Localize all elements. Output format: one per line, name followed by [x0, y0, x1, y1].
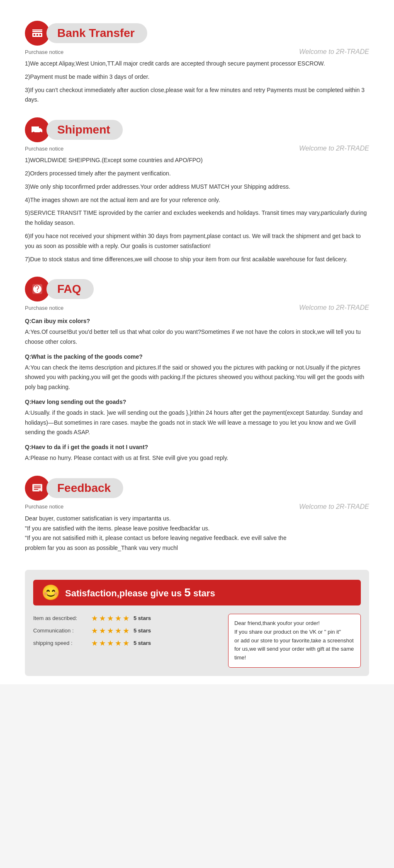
star-1-1: ★ — [91, 614, 98, 623]
bank-transfer-welcome: Welcome to 2R-TRADE — [299, 48, 369, 56]
star-2-3: ★ — [107, 626, 114, 635]
faq-purchase-notice: Purchase notice — [25, 305, 63, 311]
bank-item-3: 3)If you can't checkout immediately afte… — [25, 85, 369, 105]
feedback-purchase-row: Purchase notice Welcome to 2R-TRADE — [25, 503, 369, 511]
feedback-purchase-notice: Purchase notice — [25, 503, 63, 510]
feedback-text: Dear buyer, customer satisficatian is ve… — [25, 514, 369, 553]
svg-rect-4 — [36, 34, 38, 36]
bank-item-2: 2)Payment must be made within 3 days of … — [25, 72, 369, 82]
dear-friend-box: Dear friend,thank youfor your order! If … — [228, 614, 361, 668]
bank-transfer-header: Bank Transfer — [25, 21, 369, 46]
stars-1: ★ ★ ★ ★ ★ — [91, 614, 129, 623]
faq-icon — [25, 277, 50, 301]
star-1-3: ★ — [107, 614, 114, 623]
svg-point-7 — [40, 132, 42, 134]
star-1-2: ★ — [99, 614, 106, 623]
star-1-5: ★ — [123, 614, 129, 623]
shipment-body: 1)WORLDWIDE SHEIPPING.(Except some count… — [25, 156, 369, 264]
faq-q2: Q:What is the packing of the goods come? — [25, 352, 369, 362]
rating-row-1: Item as described: ★ ★ ★ ★ ★ 5 stars — [33, 614, 220, 623]
satisfaction-content: Item as described: ★ ★ ★ ★ ★ 5 stars Com… — [33, 614, 361, 668]
rating-label-2: Communication : — [33, 627, 91, 634]
rating-count-1: 5 stars — [134, 615, 151, 621]
faq-a4: A:Please no hurry. Please contact with u… — [25, 453, 369, 463]
shipment-item-1: 1)WORLDWIDE SHEIPPING.(Except some count… — [25, 156, 369, 165]
star-3-3: ★ — [107, 639, 114, 648]
bank-transfer-icon — [25, 21, 50, 46]
ratings-col: Item as described: ★ ★ ★ ★ ★ 5 stars Com… — [33, 614, 220, 668]
feedback-welcome: Welcome to 2R-TRADE — [299, 503, 369, 511]
shipment-item-7: 7)Due to stock status and time differenc… — [25, 255, 369, 265]
feedback-body: Dear buyer, customer satisficatian is ve… — [25, 514, 369, 553]
bank-transfer-purchase-notice: Purchase notice — [25, 49, 63, 55]
feedback-title-box: Feedback — [46, 478, 123, 498]
feedback-icon-svg — [31, 481, 44, 495]
shipment-item-3: 3)We only ship toconfirmed prder address… — [25, 182, 369, 192]
bank-transfer-title: Bank Transfer — [57, 27, 135, 40]
faq-icon-svg — [31, 282, 44, 296]
svg-rect-0 — [32, 31, 42, 32]
faq-a3: A:Usually. if the goads in stack. }we wi… — [25, 408, 369, 438]
rating-row-2: Communication : ★ ★ ★ ★ ★ 5 stars — [33, 626, 220, 635]
star-2-4: ★ — [115, 626, 122, 635]
bank-item-1: 1)We accept Alipay,West Union,TT.All maj… — [25, 59, 369, 69]
dear-friend-text: Dear friend,thank youfor your order! If … — [234, 620, 354, 661]
shipment-title: Shipment — [57, 123, 110, 136]
shipment-purchase-notice: Purchase notice — [25, 146, 63, 152]
star-2-2: ★ — [99, 626, 106, 635]
smiley-icon: 😊 — [41, 584, 60, 601]
shipment-item-6: 6)If you hace not received your shipment… — [25, 231, 369, 251]
faq-a1: A:Yes.Of course!But you'd better tell us… — [25, 327, 369, 347]
stars-3: ★ ★ ★ ★ ★ — [91, 639, 129, 648]
shipment-icon — [25, 117, 50, 142]
rating-label-3: shipping speed : — [33, 640, 91, 646]
bank-transfer-title-box: Bank Transfer — [46, 23, 147, 43]
faq-title-box: FAQ — [46, 279, 94, 299]
star-2-1: ★ — [91, 626, 98, 635]
faq-body: Q:Can ibuy mix colors? A:Yes.Of course!B… — [25, 316, 369, 463]
faq-title: FAQ — [57, 282, 81, 296]
shipment-welcome: Welcome to 2R-TRADE — [299, 145, 369, 152]
shipment-purchase-row: Purchase notice Welcome to 2R-TRADE — [25, 145, 369, 152]
feedback-title: Feedback — [57, 481, 111, 495]
star-2-5: ★ — [123, 626, 129, 635]
page-wrapper: Bank Transfer Purchase notice Welcome to… — [0, 0, 394, 684]
feedback-header: Feedback — [25, 476, 369, 501]
star-3-1: ★ — [91, 639, 98, 648]
rating-label-1: Item as described: — [33, 615, 91, 621]
faq-welcome: Welcome to 2R-TRADE — [299, 304, 369, 311]
faq-q1: Q:Can ibuy mix colors? — [25, 316, 369, 326]
star-1-4: ★ — [115, 614, 122, 623]
star-3-2: ★ — [99, 639, 106, 648]
satisfaction-header: 😊 Satisfaction,please give us 5 stars — [33, 580, 361, 605]
faq-header: FAQ — [25, 277, 369, 301]
satisfaction-header-text: Satisfaction,please give us — [65, 588, 184, 598]
shipment-item-4: 4)The images shown are not the actual it… — [25, 195, 369, 205]
svg-point-6 — [33, 132, 35, 134]
shipment-title-box: Shipment — [46, 120, 123, 140]
faq-q4: Q:Haev to da if i get the goads it not I… — [25, 443, 369, 452]
satisfaction-stars-label: stars — [191, 588, 215, 598]
bank-icon-svg — [31, 27, 44, 40]
svg-rect-2 — [32, 29, 42, 30]
svg-rect-3 — [34, 34, 35, 36]
bank-transfer-purchase-row: Purchase notice Welcome to 2R-TRADE — [25, 48, 369, 56]
bank-transfer-body: 1)We accept Alipay,West Union,TT.All maj… — [25, 59, 369, 105]
svg-rect-5 — [39, 34, 41, 36]
satisfaction-wrapper: 😊 Satisfaction,please give us 5 stars It… — [25, 570, 369, 676]
rating-count-3: 5 stars — [134, 640, 151, 646]
star-3-5: ★ — [123, 639, 129, 648]
star-3-4: ★ — [115, 639, 122, 648]
faq-a2: A:You can check the items description an… — [25, 363, 369, 392]
stars-2: ★ ★ ★ ★ ★ — [91, 626, 129, 635]
shipment-item-2: 2)Orders processed timely after the paym… — [25, 169, 369, 179]
satisfaction-title: Satisfaction,please give us 5 stars — [65, 586, 215, 599]
faq-purchase-row: Purchase notice Welcome to 2R-TRADE — [25, 304, 369, 311]
shipment-header: Shipment — [25, 117, 369, 142]
satisfaction-num: 5 — [184, 586, 191, 599]
truck-icon-svg — [31, 123, 44, 136]
rating-count-2: 5 stars — [134, 627, 151, 634]
shipment-item-5: 5)SERVICE TRANSIT TIME isprovided by the… — [25, 208, 369, 228]
rating-row-3: shipping speed : ★ ★ ★ ★ ★ 5 stars — [33, 639, 220, 648]
feedback-icon — [25, 476, 50, 501]
